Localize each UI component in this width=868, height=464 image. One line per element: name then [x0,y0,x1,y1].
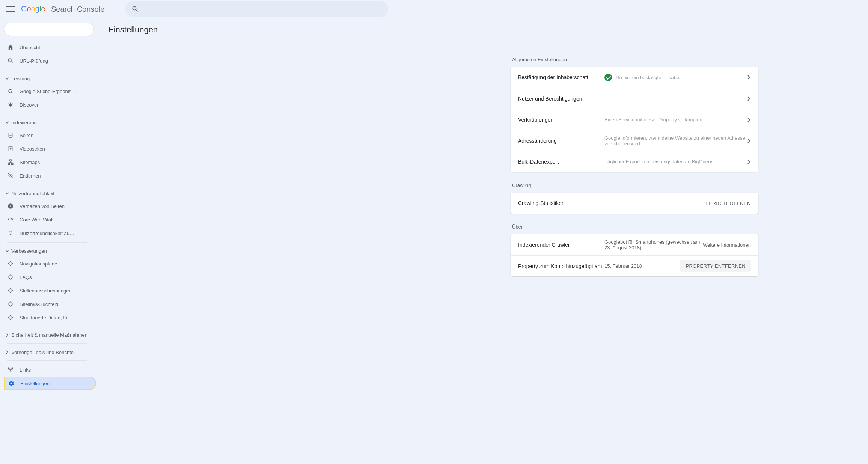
section-label-about: Über [512,224,758,230]
sidebar-item-settings[interactable]: Einstellungen [4,377,96,390]
row-description: Einen Service mit dieser Property verknü… [604,117,747,122]
sidebar-item-label: Seiten [20,133,33,138]
section-label-crawling: Crawling [512,182,758,188]
divider [7,114,87,114]
row-crawl-stats[interactable]: Crawling-Statistiken BERICHT ÖFFNEN [511,193,758,214]
sidebar-item-structured-data[interactable]: Strukturierte Daten, für… [4,311,96,324]
row-indexing-crawler: Indexierender Crawler Googlebot für Smar… [511,234,758,255]
chevron-down-icon [5,77,9,80]
svg-point-11 [8,368,9,369]
row-property-added: Property zum Konto hinzugefügt am 15. Fe… [511,255,758,276]
sidebar-item-page-experience[interactable]: Verhalten von Seiten [4,199,96,213]
row-title: Verknüpfungen [518,117,604,123]
diamond-icon [7,300,14,308]
row-description: Du bist ein bestätigter Inhaber [616,75,681,80]
sidebar-item-url-inspection[interactable]: URL-Prüfung [4,54,96,68]
sidebar-section-label: Leistung [11,76,30,81]
chevron-right-icon [747,75,751,80]
sidebar-item-core-web-vitals[interactable]: Core Web Vitals [4,213,96,226]
sidebar-item-sitemaps[interactable]: Sitemaps [4,155,96,169]
row-ownership-verification[interactable]: Bestätigung der Inhaberschaft Du bist ei… [511,67,758,88]
google-logo-icon: Google [21,5,49,14]
sidebar-section-enhancements[interactable]: Verbesserungen [4,245,96,257]
row-title: Nutzer und Berechtigungen [518,96,604,102]
sidebar-item-breadcrumbs[interactable]: Navigationspfade [4,257,96,270]
sidebar-item-sitelinks-searchbox[interactable]: Sitelinks-Suchfeld [4,297,96,311]
product-name: Search Console [51,5,104,14]
row-title: Crawling-Statistiken [518,200,604,206]
chevron-down-icon [5,121,9,124]
sidebar-item-faqs[interactable]: FAQs [4,270,96,284]
sidebar-item-label: URL-Prüfung [20,58,48,64]
svg-rect-7 [11,163,13,165]
gear-icon [8,380,15,387]
svg-rect-6 [8,163,10,165]
sidebar-item-removals[interactable]: Entfernen [4,169,96,182]
page-title: Einstellungen [108,25,856,35]
smartphone-icon [7,229,14,237]
diamond-icon [7,260,14,267]
svg-rect-5 [10,160,12,161]
row-associations[interactable]: Verknüpfungen Einen Service mit dieser P… [511,109,758,130]
sidebar-item-pages[interactable]: Seiten [4,128,96,142]
svg-text:Google: Google [21,5,45,13]
svg-point-13 [10,371,11,372]
divider [7,185,87,185]
visibility-off-icon [7,172,14,179]
sidebar-item-label: Strukturierte Daten, für… [20,315,74,321]
row-change-of-address[interactable]: Adressänderung Google informieren, wenn … [511,130,758,151]
sidebar-item-video-pages[interactable]: Videoseiten [4,142,96,155]
sidebar-item-overview[interactable]: Übersicht [4,41,96,54]
row-description: 15. Februar 2018 [604,263,680,269]
sidebar-section-indexing[interactable]: Indexierung [4,116,96,128]
chevron-right-icon [747,117,751,122]
sidebar-item-label: Core Web Vitals [20,217,54,223]
sidebar-item-search-results[interactable]: Google Suche-Ergebnis… [4,84,96,98]
sidebar-item-label: Verhalten von Seiten [20,203,65,209]
sidebar-section-performance[interactable]: Leistung [4,72,96,84]
video-page-icon [7,145,14,152]
search-input[interactable] [125,1,388,17]
diamond-icon [7,287,14,294]
remove-property-button[interactable]: PROPERTY ENTFERNEN [680,260,751,272]
row-description: Googlebot für Smartphones (gewechselt am… [604,239,703,250]
asterisk-icon [7,101,14,108]
sidebar-section-experience[interactable]: Nutzerfreundlichkeit [4,187,96,199]
row-description: Google informieren, wenn deine Website z… [604,135,747,146]
circle-plus-icon [7,202,14,210]
sidebar-item-job-postings[interactable]: Stellenausschreibungen [4,284,96,297]
sidebar-item-links[interactable]: Links [4,363,96,377]
chevron-right-icon [747,96,751,101]
g-icon [7,87,14,95]
row-title: Bestätigung der Inhaberschaft [518,74,604,80]
row-description: Täglicher Export von Leistungsdaten an B… [604,159,747,164]
divider [7,343,87,344]
property-selector[interactable] [4,23,94,36]
chevron-right-icon [5,333,9,337]
sidebar-section-label: Sicherheit & manuelle Maßnahmen [11,332,87,339]
card-general: Bestätigung der Inhaberschaft Du bist ei… [511,67,758,172]
sidebar-item-discover[interactable]: Discover [4,98,96,111]
svg-point-12 [12,368,13,369]
divider [7,360,87,361]
row-users-permissions[interactable]: Nutzer und Berechtigungen [511,88,758,109]
hamburger-menu-button[interactable] [6,5,15,14]
sidebar-section-label: Indexierung [11,120,37,125]
sidebar-item-label: Links [20,367,31,373]
page-icon [7,131,14,139]
sidebar-item-label: FAQs [20,274,32,280]
sidebar-item-label: Sitemaps [20,160,40,165]
section-label-general: Allgemeine Einstellungen [512,57,758,62]
diamond-icon [7,273,14,281]
sidebar-item-mobile-usability[interactable]: Nutzerfreundlichkeit au… [4,226,96,240]
sidebar-section-security[interactable]: Sicherheit & manuelle Maßnahmen [4,329,96,341]
row-bulk-data-export[interactable]: Bulk-Datenexport Täglicher Export von Le… [511,151,758,172]
sidebar-item-label: Nutzerfreundlichkeit au… [20,230,74,236]
chevron-right-icon [5,350,9,354]
row-title: Indexierender Crawler [518,242,604,248]
product-logo[interactable]: Google Search Console [21,5,104,14]
open-report-button[interactable]: BERICHT ÖFFNEN [705,200,751,206]
more-info-link[interactable]: Weitere Informationen [703,242,751,248]
sidebar-item-label: Einstellungen [20,381,50,386]
sidebar-section-legacy[interactable]: Vorherige Tools und Berichte [4,346,96,358]
